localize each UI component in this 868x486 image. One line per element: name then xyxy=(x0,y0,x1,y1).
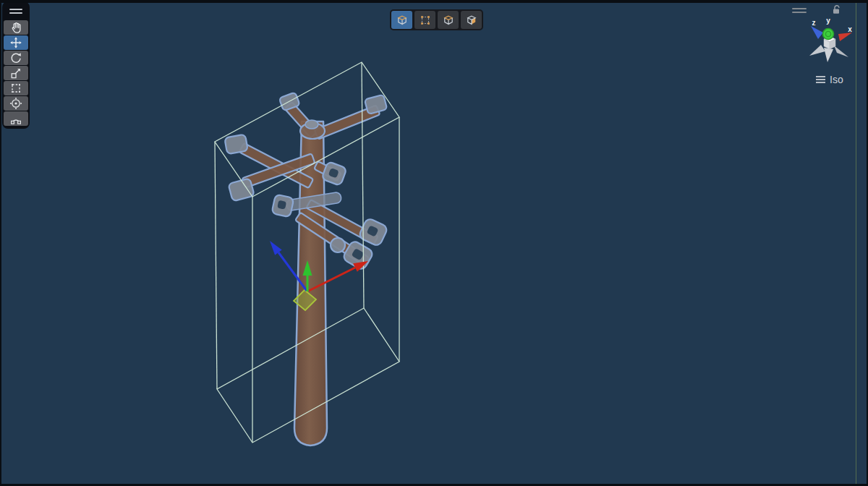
scale-arrow-icon xyxy=(9,67,22,80)
face-mode-button[interactable] xyxy=(461,11,482,29)
unity-scene-view: { "scene_view": { "background_color": "#… xyxy=(0,0,868,486)
projection-toggle[interactable]: Iso xyxy=(816,74,843,85)
tools-toolbar xyxy=(2,3,30,129)
rect-dashed-icon xyxy=(9,82,22,95)
selection-mode-toolbar xyxy=(390,9,483,30)
rotate-tool-button[interactable] xyxy=(4,51,28,65)
custom-arc-icon xyxy=(9,112,22,125)
custom-tool-button[interactable] xyxy=(4,111,28,126)
pole-top-cap xyxy=(305,120,318,129)
y-axis-label: y xyxy=(826,17,830,25)
move-tool-button[interactable] xyxy=(4,35,28,50)
cube-icon xyxy=(396,14,409,27)
rotate-circle-icon xyxy=(9,51,22,64)
object-mode-button[interactable] xyxy=(391,11,412,29)
cube-edge-icon xyxy=(442,14,455,27)
scene-canvas[interactable] xyxy=(1,3,867,484)
z-axis-label: z xyxy=(812,19,816,27)
neg-axis-cone[interactable] xyxy=(809,45,825,56)
neg-axis-cone[interactable] xyxy=(824,48,833,62)
transform-sphere-icon xyxy=(9,97,22,110)
rect-tool-button[interactable] xyxy=(4,81,28,95)
transform-tool-button[interactable] xyxy=(4,96,28,111)
x-axis-cone[interactable] xyxy=(838,33,852,41)
cube-face-icon xyxy=(465,14,478,27)
move-arrows-icon xyxy=(9,36,22,49)
hand-icon xyxy=(9,21,22,34)
orientation-gizmo[interactable]: z y x xyxy=(801,14,862,69)
y-axis-ball[interactable] xyxy=(823,29,834,40)
neg-axis-cone[interactable] xyxy=(834,46,848,57)
padlock-icon[interactable] xyxy=(831,4,843,14)
view-pan-tool-button[interactable] xyxy=(4,20,28,35)
vertex-square-icon xyxy=(419,14,432,27)
scale-tool-button[interactable] xyxy=(4,66,28,80)
x-axis-label: x xyxy=(848,25,852,33)
projection-label: Iso xyxy=(830,74,843,85)
orientation-overlay-drag-handle[interactable] xyxy=(792,8,808,13)
scene-viewport[interactable]: z y x Iso xyxy=(1,3,867,484)
z-axis-cone[interactable] xyxy=(811,26,823,39)
toolbar-drag-handle[interactable] xyxy=(2,3,30,20)
vertex-mode-button[interactable] xyxy=(414,11,435,29)
menu-icon xyxy=(816,76,825,83)
edge-mode-button[interactable] xyxy=(438,11,459,29)
